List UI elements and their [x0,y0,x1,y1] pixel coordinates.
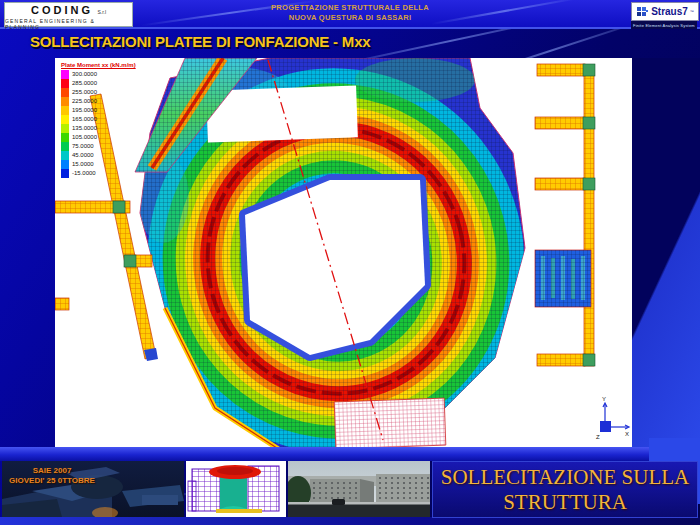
legend-swatch [61,169,69,178]
event-text: SAIE 2007 GIOVEDI' 25 0TTOBRE [6,466,98,485]
legend-swatch [61,160,69,169]
legend-label: 195.0000 [72,106,97,115]
slide-title: SOLLECITAZIONI PLATEE DI FONFAZIONE - Mx… [30,33,370,50]
legend-entry: 285.0000 [61,79,136,88]
contour-legend: Plate Moment xx (kN.m/m) 300.0000285.000… [61,62,136,178]
legend-entry: 15.0000 [61,160,136,169]
legend-entry: 105.0000 [61,133,136,142]
fem-plot-area: Y X Z Plate Moment xx (kN.m/m) 300.00002… [55,58,632,447]
legend-entry: -15.0000 [61,169,136,178]
legend-label: 45.0000 [72,151,94,160]
footer-divider-bar [0,447,700,461]
straus7-name-text: Straus7 [651,6,688,17]
coding-tagline-text: GENERAL ENGINEERING & PLANNING [5,18,132,30]
legend-label: 75.0000 [72,142,94,151]
legend-label: 300.0000 [72,70,97,79]
axis-label-y: Y [602,396,606,402]
site-photo-thumbnail [288,461,430,517]
legend-title: Plate Moment xx (kN.m/m) [61,62,136,68]
legend-label: 15.0000 [72,160,94,169]
legend-entry: 300.0000 [61,70,136,79]
legend-entry: 195.0000 [61,106,136,115]
legend-label: 105.0000 [72,133,97,142]
background-diagonal-panel [632,58,700,447]
legend-swatch [61,88,69,97]
straus7-blocks-icon [636,6,649,18]
presentation-slide: CODING S.r.l GENERAL ENGINEERING & PLANN… [0,0,700,525]
axis-triad: Y X Z [596,396,629,440]
beam-node [124,255,136,267]
straus7-trademark: ™ [690,9,694,14]
coding-logo: CODING S.r.l GENERAL ENGINEERING & PLANN… [4,2,133,27]
legend-label: 285.0000 [72,79,97,88]
fem-model-thumbnail [186,461,286,517]
project-title-line1: PROGETTAZIONE STRUTTURALE DELLA [180,3,520,13]
beam-node [583,178,595,190]
legend-swatch [61,142,69,151]
legend-entry: 225.0000 [61,97,136,106]
axis-label-x: X [625,431,629,437]
legend-entry: 45.0000 [61,151,136,160]
caption-line2: STRUTTURA [503,490,627,515]
fem-contour-plot: Y X Z [55,58,632,447]
legend-swatch [61,70,69,79]
right-footing-beams [535,64,595,366]
legend-rows: 300.0000285.0000255.0000225.0000195.0000… [61,70,136,178]
project-title-line2: NUOVA QUESTURA DI SASSARI [180,13,520,23]
legend-label: 255.0000 [72,88,97,97]
coding-name-text: CODING [31,4,93,16]
event-line2: GIOVEDI' 25 0TTOBRE [6,476,98,486]
right-slab-block [535,250,591,307]
bottom-mesh-panel [334,398,446,447]
legend-label: -15.0000 [72,169,96,178]
straus7-logo: Straus7 ™ Finite Element Analysis System [631,2,697,27]
legend-swatch [61,106,69,115]
legend-label: 165.0000 [72,115,97,124]
legend-entry: 165.0000 [61,115,136,124]
slide-caption-panel: SOLLECITAZIONE SULLA STRUTTURA [432,461,698,518]
beam-node [583,354,595,366]
straus7-logo-top: Straus7 ™ [631,2,699,21]
legend-entry: 255.0000 [61,88,136,97]
legend-swatch [61,151,69,160]
legend-entry: 75.0000 [61,142,136,151]
legend-entry: 135.0000 [61,124,136,133]
project-title: PROGETTAZIONE STRUTTURALE DELLA NUOVA QU… [180,3,520,22]
beam-node [583,64,595,76]
axis-label-z: Z [596,434,600,440]
caption-line1: SOLLECITAZIONE SULLA [441,465,690,490]
legend-swatch [61,133,69,142]
coding-logo-name: CODING S.r.l [31,0,106,18]
legend-swatch [61,124,69,133]
legend-swatch [61,79,69,88]
event-panel: SAIE 2007 GIOVEDI' 25 0TTOBRE [2,461,184,517]
beam-node [583,117,595,129]
beam-node [113,201,125,213]
legend-label: 225.0000 [72,97,97,106]
event-line1: SAIE 2007 [6,466,98,476]
coding-suffix-text: S.r.l [97,9,106,15]
legend-swatch [61,97,69,106]
straus7-tagline-text: Finite Element Analysis System [631,21,697,29]
legend-label: 135.0000 [72,124,97,133]
legend-swatch [61,115,69,124]
bottom-edge-bar [0,517,700,525]
